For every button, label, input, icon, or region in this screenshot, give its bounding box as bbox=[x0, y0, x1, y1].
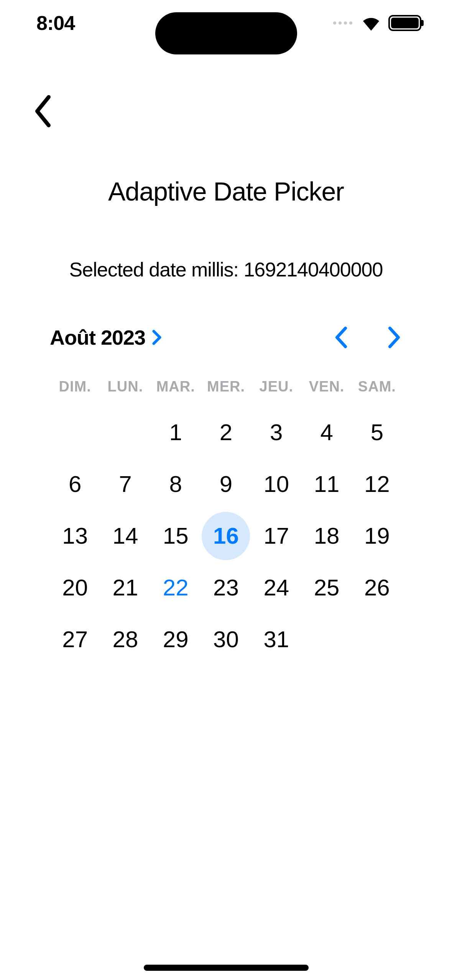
calendar-day-number: 28 bbox=[101, 615, 150, 664]
calendar-day[interactable]: 17 bbox=[251, 510, 301, 562]
wifi-icon bbox=[361, 15, 381, 31]
selected-millis-value: 1692140400000 bbox=[243, 258, 383, 281]
weekday-header: DIM.LUN.MAR.MER.JEU.VEN.SAM. bbox=[50, 378, 402, 395]
calendar-grid: 1234567891011121314151617181920212223242… bbox=[50, 406, 402, 665]
calendar-day[interactable]: 23 bbox=[201, 562, 251, 613]
calendar-header: Août 2023 bbox=[50, 325, 402, 350]
calendar-day[interactable]: 29 bbox=[151, 613, 201, 665]
calendar-day[interactable]: 4 bbox=[301, 406, 352, 458]
calendar-day[interactable]: 22 bbox=[151, 562, 201, 613]
calendar-day[interactable]: 8 bbox=[151, 458, 201, 510]
status-right bbox=[333, 15, 421, 31]
calendar-day[interactable]: 13 bbox=[50, 510, 100, 562]
calendar-day[interactable]: 10 bbox=[251, 458, 301, 510]
dynamic-island bbox=[155, 12, 297, 54]
weekday-label: DIM. bbox=[50, 378, 100, 395]
calendar-day[interactable]: 14 bbox=[100, 510, 150, 562]
calendar-day-number: 22 bbox=[151, 564, 200, 612]
calendar-day-number: 11 bbox=[302, 460, 351, 508]
calendar-day[interactable]: 15 bbox=[151, 510, 201, 562]
page-title: Adaptive Date Picker bbox=[0, 176, 452, 206]
calendar-day[interactable]: 1 bbox=[151, 406, 201, 458]
calendar-day-number: 19 bbox=[353, 512, 401, 560]
next-month-button[interactable] bbox=[387, 325, 402, 350]
calendar-day[interactable]: 18 bbox=[301, 510, 352, 562]
cellular-dots-icon bbox=[333, 21, 352, 25]
home-indicator[interactable] bbox=[144, 965, 309, 971]
calendar-day[interactable]: 12 bbox=[352, 458, 402, 510]
calendar-day[interactable]: 31 bbox=[251, 613, 301, 665]
calendar-day-number: 14 bbox=[101, 512, 150, 560]
calendar-day-number: 17 bbox=[252, 512, 301, 560]
calendar-day-number: 20 bbox=[51, 564, 99, 612]
calendar-day-number: 29 bbox=[151, 615, 200, 664]
month-nav bbox=[333, 325, 402, 350]
weekday-label: MAR. bbox=[151, 378, 201, 395]
calendar-day[interactable]: 27 bbox=[50, 613, 100, 665]
calendar-day[interactable]: 24 bbox=[251, 562, 301, 613]
calendar-day[interactable]: 28 bbox=[100, 613, 150, 665]
chevron-right-icon bbox=[151, 329, 162, 346]
battery-icon bbox=[388, 15, 421, 31]
calendar: Août 2023 DIM.LUN.MAR.MER.JEU.VEN.SAM. 1… bbox=[0, 325, 452, 665]
weekday-label: LUN. bbox=[100, 378, 150, 395]
status-time: 8:04 bbox=[36, 12, 75, 35]
weekday-label: VEN. bbox=[301, 378, 352, 395]
calendar-day-number: 16 bbox=[202, 512, 250, 560]
back-button[interactable] bbox=[33, 94, 53, 128]
calendar-day[interactable]: 20 bbox=[50, 562, 100, 613]
calendar-day-number: 31 bbox=[252, 615, 301, 664]
calendar-day-number: 12 bbox=[353, 460, 401, 508]
calendar-day-number: 5 bbox=[353, 408, 401, 457]
calendar-day-number: 21 bbox=[101, 564, 150, 612]
weekday-label: MER. bbox=[201, 378, 251, 395]
weekday-label: SAM. bbox=[352, 378, 402, 395]
calendar-day-empty bbox=[50, 406, 100, 458]
calendar-day[interactable]: 30 bbox=[201, 613, 251, 665]
calendar-day[interactable]: 26 bbox=[352, 562, 402, 613]
calendar-day-number: 3 bbox=[252, 408, 301, 457]
prev-month-button[interactable] bbox=[333, 325, 348, 350]
calendar-day-number: 13 bbox=[51, 512, 99, 560]
calendar-day-number: 10 bbox=[252, 460, 301, 508]
selected-date-label: Selected date millis: 1692140400000 bbox=[0, 258, 452, 281]
calendar-day-number: 27 bbox=[51, 615, 99, 664]
status-bar: 8:04 bbox=[0, 0, 452, 46]
selected-label-text: Selected date millis: bbox=[69, 258, 244, 281]
calendar-day[interactable]: 9 bbox=[201, 458, 251, 510]
calendar-day-number: 26 bbox=[353, 564, 401, 612]
calendar-day[interactable]: 21 bbox=[100, 562, 150, 613]
calendar-day-number: 8 bbox=[151, 460, 200, 508]
calendar-day-number: 25 bbox=[302, 564, 351, 612]
calendar-day-number: 15 bbox=[151, 512, 200, 560]
month-year-label: Août 2023 bbox=[50, 326, 145, 349]
calendar-day[interactable]: 25 bbox=[301, 562, 352, 613]
calendar-day-number: 9 bbox=[202, 460, 250, 508]
calendar-day-number: 2 bbox=[202, 408, 250, 457]
calendar-day-number: 6 bbox=[51, 460, 99, 508]
calendar-day-number: 7 bbox=[101, 460, 150, 508]
calendar-day-number: 23 bbox=[202, 564, 250, 612]
calendar-day-number: 18 bbox=[302, 512, 351, 560]
calendar-day-number: 24 bbox=[252, 564, 301, 612]
calendar-day-number: 30 bbox=[202, 615, 250, 664]
calendar-day-number: 1 bbox=[151, 408, 200, 457]
calendar-day[interactable]: 5 bbox=[352, 406, 402, 458]
calendar-day[interactable]: 6 bbox=[50, 458, 100, 510]
calendar-day[interactable]: 3 bbox=[251, 406, 301, 458]
calendar-day[interactable]: 16 bbox=[201, 510, 251, 562]
calendar-day[interactable]: 7 bbox=[100, 458, 150, 510]
calendar-day[interactable]: 19 bbox=[352, 510, 402, 562]
calendar-day[interactable]: 11 bbox=[301, 458, 352, 510]
weekday-label: JEU. bbox=[251, 378, 301, 395]
calendar-day-empty bbox=[100, 406, 150, 458]
calendar-day[interactable]: 2 bbox=[201, 406, 251, 458]
calendar-day-number: 4 bbox=[302, 408, 351, 457]
month-year-button[interactable]: Août 2023 bbox=[50, 326, 162, 349]
